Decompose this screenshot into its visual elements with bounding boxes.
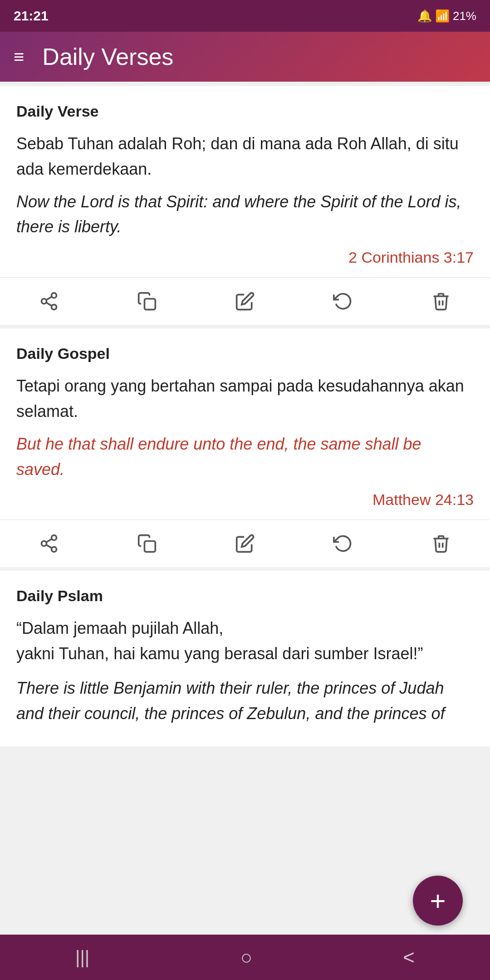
daily-verse-actions (0, 277, 490, 325)
delete-icon-2 (431, 534, 451, 554)
daily-verse-reference: 2 Corinthians 3:17 (16, 249, 474, 266)
daily-verse-card: Daily Verse Sebab Tuhan adalah Roh; dan … (0, 86, 490, 325)
menu-icon[interactable]: ≡ (14, 47, 24, 67)
svg-point-8 (52, 547, 57, 552)
daily-verse-title: Daily Verse (16, 103, 474, 120)
daily-psalm-original: “Dalam jemaah pujilah Allah, yakni Tuhan… (16, 616, 474, 666)
delete-button-2[interactable] (422, 529, 460, 558)
daily-psalm-title: Daily Pslam (16, 587, 474, 605)
delete-icon (431, 291, 451, 311)
svg-point-2 (52, 305, 57, 310)
daily-gospel-translation: But he that shall endure unto the end, t… (16, 431, 474, 482)
nav-home-icon[interactable]: ○ (240, 946, 252, 969)
svg-line-10 (46, 539, 52, 542)
share-button-2[interactable] (30, 529, 68, 558)
daily-gospel-reference: Matthew 24:13 (16, 491, 474, 509)
bottom-navigation: ||| ○ < (0, 935, 490, 980)
svg-rect-11 (145, 541, 156, 552)
svg-rect-5 (145, 299, 156, 310)
status-icons: 🔔 📶 21% (417, 9, 477, 23)
content-area: Daily Verse Sebab Tuhan adalah Roh; dan … (0, 82, 490, 935)
refresh-icon (333, 291, 353, 311)
daily-gospel-actions (0, 519, 490, 567)
daily-psalm-body: Daily Pslam “Dalam jemaah pujilah Allah,… (0, 571, 490, 746)
edit-icon (235, 291, 255, 311)
svg-point-6 (52, 535, 57, 540)
edit-button-1[interactable] (226, 287, 264, 316)
daily-psalm-translation: There is little Benjamin with their rule… (16, 676, 474, 726)
app-bar: ≡ Daily Verses (0, 32, 490, 82)
refresh-icon-2 (333, 534, 353, 554)
svg-point-7 (42, 541, 47, 546)
delete-button-1[interactable] (422, 287, 460, 316)
share-icon-2 (39, 534, 59, 554)
copy-icon (137, 291, 157, 311)
daily-verse-original: Sebab Tuhan adalah Roh; dan di mana ada … (16, 131, 474, 182)
edit-icon-2 (235, 534, 255, 554)
svg-line-9 (46, 545, 52, 548)
app-title: Daily Verses (42, 43, 173, 70)
copy-button-1[interactable] (128, 287, 166, 316)
daily-verse-body: Daily Verse Sebab Tuhan adalah Roh; dan … (0, 86, 490, 277)
nav-back-icon[interactable]: ||| (75, 947, 89, 968)
share-button-1[interactable] (30, 287, 68, 316)
svg-line-4 (46, 297, 52, 300)
daily-gospel-original: Tetapi orang yang bertahan sampai pada k… (16, 373, 474, 424)
svg-point-0 (52, 293, 57, 298)
daily-gospel-card: Daily Gospel Tetapi orang yang bertahan … (0, 328, 490, 567)
add-fab-button[interactable]: + (413, 876, 463, 926)
copy-button-2[interactable] (128, 529, 166, 558)
edit-button-2[interactable] (226, 529, 264, 558)
daily-gospel-body: Daily Gospel Tetapi orang yang bertahan … (0, 328, 490, 519)
refresh-button-2[interactable] (324, 529, 362, 558)
nav-recents-icon[interactable]: < (403, 946, 415, 969)
share-icon (39, 291, 59, 311)
svg-line-3 (46, 303, 52, 306)
daily-verse-translation: Now the Lord is that Spirit: and where t… (16, 189, 474, 240)
status-time: 21:21 (14, 8, 49, 24)
status-bar: 21:21 🔔 📶 21% (0, 0, 490, 32)
svg-point-1 (42, 299, 47, 304)
copy-icon-2 (137, 534, 157, 554)
refresh-button-1[interactable] (324, 287, 362, 316)
daily-gospel-title: Daily Gospel (16, 345, 474, 363)
daily-psalm-card: Daily Pslam “Dalam jemaah pujilah Allah,… (0, 571, 490, 746)
